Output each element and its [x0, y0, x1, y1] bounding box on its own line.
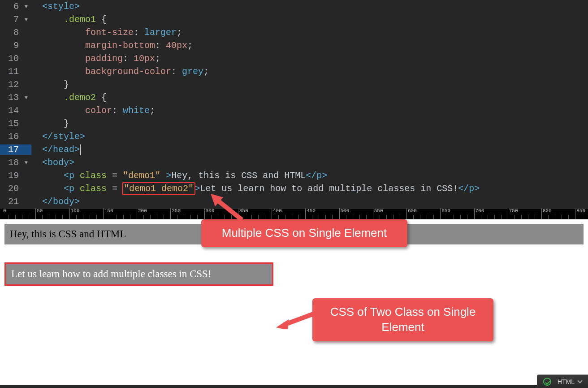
fold-icon[interactable]: ▼	[22, 4, 28, 10]
callout-two-classes: CSS of Two Class on Single Element	[312, 298, 493, 341]
ruler-major: 450	[305, 209, 316, 219]
ruler-major: 700	[474, 209, 484, 219]
line-number: 17	[0, 144, 31, 155]
code-line[interactable]: 18▼ <body>	[0, 156, 588, 169]
line-number: 7▼	[0, 14, 31, 25]
ruler-major: 0	[2, 209, 6, 219]
code-content: .demo1 {	[31, 14, 107, 25]
language-label: HTML	[558, 378, 575, 385]
ruler-major: 50	[35, 209, 43, 219]
ruler[interactable]: 0501001502002503003504004505005506006507…	[0, 208, 588, 219]
code-content: <p class = "demo1" >Hey, this is CSS and…	[31, 170, 327, 181]
ruler-major: 650	[440, 209, 450, 219]
code-line[interactable]: 16 </style>	[0, 130, 588, 143]
code-line[interactable]: 15 }	[0, 117, 588, 130]
fold-icon[interactable]: ▼	[22, 17, 28, 23]
line-number: 11	[0, 66, 31, 77]
code-content: }	[31, 118, 69, 129]
status-bar: HTML	[537, 375, 588, 388]
ruler-major: 750	[508, 209, 518, 219]
code-line[interactable]: 9 margin-bottom: 40px;	[0, 39, 588, 52]
code-content: <body>	[31, 157, 74, 168]
line-number: 8	[0, 27, 31, 38]
line-number: 16	[0, 131, 31, 142]
code-line[interactable]: 11 background-color: grey;	[0, 65, 588, 78]
code-content: margin-bottom: 40px;	[31, 40, 193, 51]
code-line[interactable]: 10 padding: 10px;	[0, 52, 588, 65]
line-number: 19	[0, 170, 31, 181]
code-editor[interactable]: 6▼ <style> 7▼ .demo1 { 8 font-size: larg…	[0, 0, 588, 208]
code-content: <p class = "demo1 demo2">Let us learn ho…	[31, 183, 480, 194]
highlighted-attribute: "demo1 demo2"	[123, 183, 195, 194]
code-line[interactable]: 13▼ .demo2 {	[0, 91, 588, 104]
code-content: background-color: grey;	[31, 66, 209, 77]
ruler-major: 500	[339, 209, 350, 219]
code-content: padding: 10px;	[31, 53, 160, 64]
line-number: 21	[0, 196, 31, 207]
line-number: 15	[0, 118, 31, 129]
chevron-down-icon	[577, 378, 582, 383]
code-content: </body>	[31, 196, 80, 207]
code-content: }	[31, 79, 69, 90]
code-line[interactable]: 21 </body>	[0, 195, 588, 208]
language-selector[interactable]: HTML	[558, 378, 582, 385]
code-line[interactable]: 12 }	[0, 78, 588, 91]
code-line[interactable]: 7▼ .demo1 {	[0, 13, 588, 26]
code-line[interactable]: 20 <p class = "demo1 demo2">Let us learn…	[0, 182, 588, 195]
ruler-major: 100	[69, 209, 80, 219]
line-number: 6▼	[0, 1, 31, 12]
ruler-major: 800	[541, 209, 552, 219]
line-number: 13▼	[0, 92, 31, 103]
status-ok-icon[interactable]	[543, 378, 551, 386]
line-number: 12	[0, 79, 31, 90]
code-line[interactable]: 8 font-size: larger;	[0, 26, 588, 39]
code-content: .demo2 {	[31, 92, 107, 103]
fold-icon[interactable]: ▼	[22, 160, 28, 166]
ruler-major: 850	[575, 209, 585, 219]
code-content: <style>	[31, 1, 80, 12]
ruler-major: 200	[137, 209, 147, 219]
fold-icon[interactable]: ▼	[22, 95, 28, 101]
ruler-major: 400	[272, 209, 282, 219]
line-number: 10	[0, 53, 31, 64]
line-number: 9	[0, 40, 31, 51]
code-content: </head>	[31, 144, 81, 155]
code-line[interactable]: 19 <p class = "demo1" >Hey, this is CSS …	[0, 169, 588, 182]
text-cursor	[80, 144, 81, 155]
ruler-major: 300	[204, 209, 215, 219]
line-number: 20	[0, 183, 31, 194]
code-content: </style>	[31, 131, 85, 142]
code-content: font-size: larger;	[31, 27, 182, 38]
ruler-major: 350	[238, 209, 248, 219]
code-line[interactable]: 14 color: white;	[0, 104, 588, 117]
ruler-major: 600	[406, 209, 417, 219]
code-line-active[interactable]: 17 </head>	[0, 143, 588, 156]
ruler-major: 550	[373, 209, 383, 219]
preview-demo2: Let us learn how to add multiple classes…	[4, 262, 273, 286]
callout-single-element: Multiple CSS on Single Element	[201, 219, 407, 247]
line-number: 18▼	[0, 157, 31, 168]
ruler-major: 250	[170, 209, 181, 219]
code-line[interactable]: 6▼ <style>	[0, 0, 588, 13]
code-content: color: white;	[31, 105, 155, 116]
line-number: 14	[0, 105, 31, 116]
ruler-major: 150	[103, 209, 113, 219]
